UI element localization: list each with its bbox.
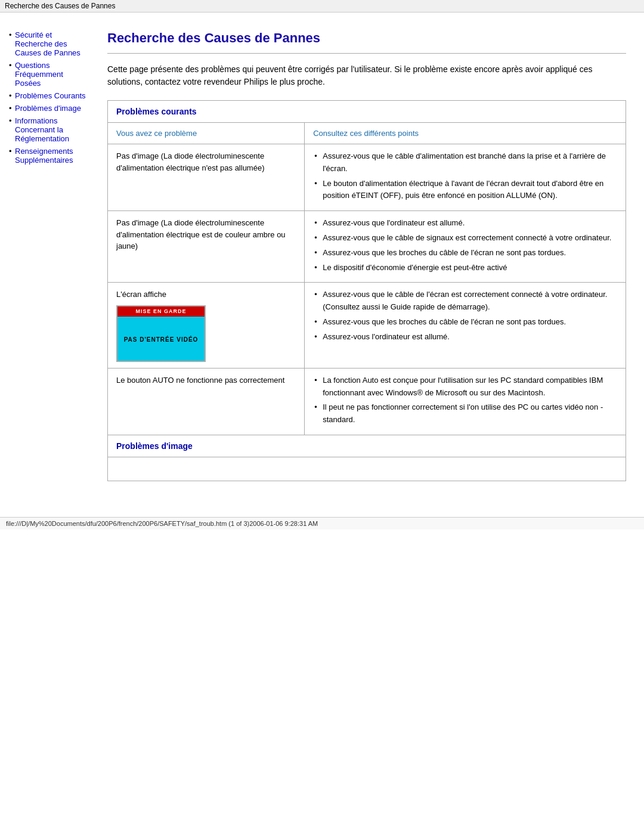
col1-header: Vous avez ce problème bbox=[108, 123, 305, 144]
solution-cell-2: Assurez-vous que le câble de l'écran est… bbox=[305, 283, 626, 368]
solution-list: Assurez-vous que le câble d'alimentation… bbox=[313, 150, 617, 202]
sidebar-link-4[interactable]: Informations Concernant la Réglementatio… bbox=[15, 116, 69, 143]
monitor-display: MISE EN GARDEPAS D'ENTRÉE VIDÉO bbox=[116, 305, 206, 362]
title-bar-text: Recherche des Causes de Pannes bbox=[5, 2, 115, 10]
solution-list: Assurez-vous que le câble de l'écran est… bbox=[313, 289, 617, 343]
solution-item: Le dispositif d'économie d'énergie est p… bbox=[313, 262, 617, 274]
main-layout: Sécurité et Recherche des Causes de Pann… bbox=[0, 13, 644, 511]
solution-item: Assurez-vous l'ordinateur est allumé. bbox=[313, 331, 617, 343]
solution-item: Assurez-vous que le câble de l'écran est… bbox=[313, 289, 617, 314]
section1-header-row: Problèmes courants bbox=[108, 101, 626, 123]
sidebar-link-5[interactable]: Renseignements Supplémentaires bbox=[15, 147, 73, 165]
table-row: L'écran afficheMISE EN GARDEPAS D'ENTRÉE… bbox=[108, 283, 626, 368]
col2-header: Consultez ces différents points bbox=[305, 123, 626, 144]
sidebar-item-5[interactable]: Renseignements Supplémentaires bbox=[9, 147, 86, 165]
table-row: Pas d'image (La diode électroluminescent… bbox=[108, 211, 626, 283]
section1-header: Problèmes courants bbox=[108, 101, 626, 123]
solution-item: Le bouton d'alimentation électrique à l'… bbox=[313, 178, 617, 203]
problems-table: Problèmes courants Vous avez ce problème… bbox=[107, 100, 626, 481]
monitor-warning-bar: MISE EN GARDE bbox=[117, 306, 205, 317]
sidebar-link-2[interactable]: Problèmes Courants bbox=[15, 91, 86, 100]
status-bar: file:///D|/My%20Documents/dfu/200P6/fren… bbox=[0, 517, 644, 529]
section2-header-row: Problèmes d'image bbox=[108, 435, 626, 457]
solution-cell-1: Assurez-vous que l'ordinateur est allumé… bbox=[305, 211, 626, 283]
problem-cell-0: Pas d'image (La diode électroluminescent… bbox=[108, 144, 305, 211]
main-content: Recherche des Causes de Pannes Cette pag… bbox=[95, 24, 644, 499]
sidebar-item-3[interactable]: Problèmes d'image bbox=[9, 104, 86, 113]
title-bar: Recherche des Causes de Pannes bbox=[0, 0, 644, 13]
column-headers-row: Vous avez ce problème Consultez ces diff… bbox=[108, 123, 626, 144]
sidebar-item-0[interactable]: Sécurité et Recherche des Causes de Pann… bbox=[9, 30, 86, 57]
sidebar-item-4[interactable]: Informations Concernant la Réglementatio… bbox=[9, 116, 86, 143]
problem-cell-2: L'écran afficheMISE EN GARDEPAS D'ENTRÉE… bbox=[108, 283, 305, 368]
solution-item: Assurez-vous que le câble de signaux est… bbox=[313, 232, 617, 244]
table-row: Le bouton AUTO ne fonctionne pas correct… bbox=[108, 368, 626, 435]
sidebar: Sécurité et Recherche des Causes de Pann… bbox=[0, 24, 95, 499]
solution-item: Assurez-vous que les broches du câble de… bbox=[313, 247, 617, 259]
intro-text: Cette page présente des problèmes qui pe… bbox=[107, 63, 626, 88]
sidebar-link-0[interactable]: Sécurité et Recherche des Causes de Pann… bbox=[15, 30, 80, 57]
solution-cell-0: Assurez-vous que le câble d'alimentation… bbox=[305, 144, 626, 211]
solution-item: Assurez-vous que le câble d'alimentation… bbox=[313, 150, 617, 175]
divider bbox=[107, 53, 626, 54]
table-row: Pas d'image (La diode électroluminescent… bbox=[108, 144, 626, 211]
solution-item: La fonction Auto est conçue pour l'utili… bbox=[313, 374, 617, 400]
solution-item: Assurez-vous que les broches du câble de… bbox=[313, 316, 617, 329]
solution-item: Il peut ne pas fonctionner correctement … bbox=[313, 401, 617, 426]
sidebar-item-2[interactable]: Problèmes Courants bbox=[9, 91, 86, 100]
sidebar-item-1[interactable]: Questions Fréquemment Posées bbox=[9, 61, 86, 88]
sidebar-link-1[interactable]: Questions Fréquemment Posées bbox=[15, 61, 63, 88]
problem-cell-3: Le bouton AUTO ne fonctionne pas correct… bbox=[108, 368, 305, 435]
page-title: Recherche des Causes de Pannes bbox=[107, 30, 626, 46]
problem-cell-1: Pas d'image (La diode électroluminescent… bbox=[108, 211, 305, 283]
sidebar-nav-list: Sécurité et Recherche des Causes de Pann… bbox=[9, 30, 86, 165]
solution-list: Assurez-vous que l'ordinateur est allumé… bbox=[313, 217, 617, 274]
section2-header: Problèmes d'image bbox=[108, 435, 626, 457]
solution-list: La fonction Auto est conçue pour l'utili… bbox=[313, 374, 617, 426]
section2-empty-row bbox=[108, 457, 626, 481]
monitor-no-signal-text: PAS D'ENTRÉE VIDÉO bbox=[124, 335, 199, 344]
solution-item: Assurez-vous que l'ordinateur est allumé… bbox=[313, 217, 617, 230]
sidebar-link-3[interactable]: Problèmes d'image bbox=[15, 104, 81, 113]
status-bar-text: file:///D|/My%20Documents/dfu/200P6/fren… bbox=[6, 520, 318, 527]
solution-cell-3: La fonction Auto est conçue pour l'utili… bbox=[305, 368, 626, 435]
